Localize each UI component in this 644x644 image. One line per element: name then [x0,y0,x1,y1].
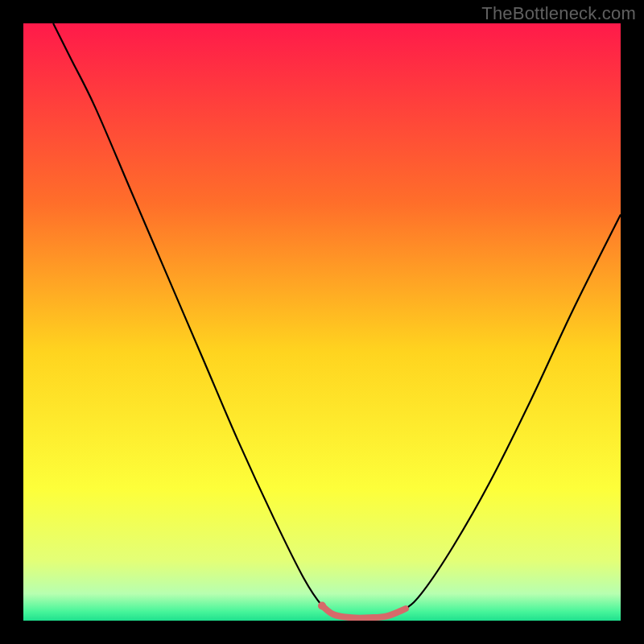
gradient-background [23,23,621,621]
watermark-text: TheBottleneck.com [481,3,636,24]
chart-svg [23,23,621,621]
plot-area [23,23,621,621]
chart-frame: TheBottleneck.com [0,0,644,644]
optimal-marker [318,601,326,609]
